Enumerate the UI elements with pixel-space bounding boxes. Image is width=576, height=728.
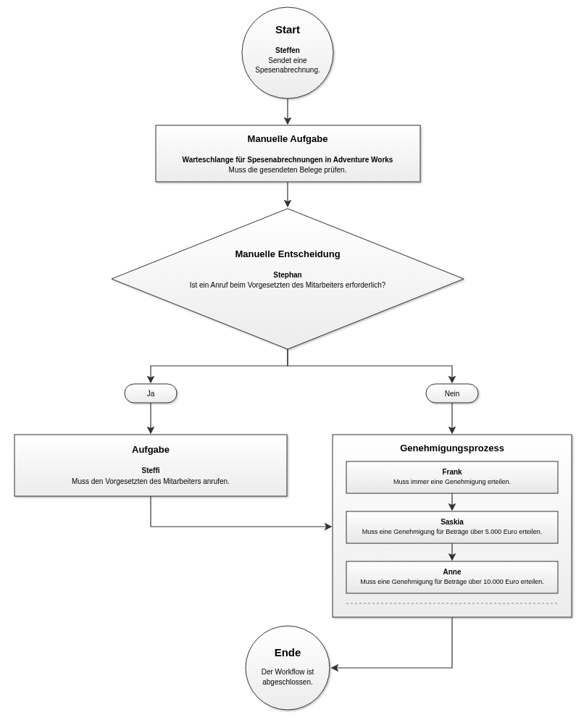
decision-title: Manuelle Entscheidung bbox=[235, 248, 340, 259]
no-label: Nein bbox=[445, 390, 460, 398]
svg-rect-9 bbox=[346, 561, 558, 593]
end-line1: Der Workflow ist bbox=[262, 668, 314, 676]
manual-task-node: Manuelle Aufgabe Warteschlange für Spese… bbox=[156, 125, 420, 182]
aufgabe-actor: Steffi bbox=[142, 466, 160, 474]
aufgabe-title: Aufgabe bbox=[132, 444, 170, 455]
approval-step-2-desc: Muss eine Genehmigung für Beträge über 5… bbox=[362, 528, 543, 535]
aufgabe-node: Aufgabe Steffi Muss den Vorgesetzten des… bbox=[14, 435, 287, 496]
aufgabe-desc: Muss den Vorgesetzten des Mitarbeiters a… bbox=[72, 477, 230, 485]
approval-step-3-actor: Anne bbox=[443, 568, 462, 576]
svg-rect-7 bbox=[346, 461, 558, 493]
start-node: Start Steffen Sendet eine Spesenabrechnu… bbox=[242, 7, 333, 99]
start-title: Start bbox=[275, 23, 300, 35]
manual-task-desc: Muss die gesendeten Belege prüfen. bbox=[229, 166, 347, 174]
approval-title: Genehmigungsprozess bbox=[400, 443, 504, 453]
approval-step-1-actor: Frank bbox=[442, 468, 462, 476]
start-actor: Steffen bbox=[275, 46, 300, 54]
approval-step-2-actor: Saskia bbox=[441, 518, 464, 526]
no-pill: Nein bbox=[426, 384, 478, 403]
decision-node: Manuelle Entscheidung Stephan Ist ein An… bbox=[112, 209, 464, 349]
approval-step-3: Anne Muss eine Genehmigung für Beträge ü… bbox=[346, 561, 558, 593]
decision-actor: Stephan bbox=[273, 271, 301, 279]
approval-step-1: Frank Muss immer eine Genehmigung erteil… bbox=[346, 461, 558, 493]
workflow-diagram: Start Steffen Sendet eine Spesenabrechnu… bbox=[0, 0, 576, 728]
arrow-approval-to-end bbox=[333, 617, 452, 668]
approval-step-1-desc: Muss immer eine Genehmigung erteilen. bbox=[393, 478, 511, 485]
approval-step-3-desc: Muss eine Genehmigung für Beträge über 1… bbox=[360, 578, 544, 585]
start-line2: Spesenabrechnung. bbox=[255, 66, 320, 74]
yes-label: Ja bbox=[147, 390, 155, 398]
start-line1: Sendet eine bbox=[268, 57, 307, 64]
manual-task-subtitle: Warteschlange für Spesenabrechnungen in … bbox=[183, 156, 393, 164]
manual-task-title: Manuelle Aufgabe bbox=[248, 133, 328, 144]
arrow-aufgabe-to-approval bbox=[151, 496, 330, 527]
end-line2: abgeschlossen. bbox=[262, 678, 313, 686]
arrow-decision-yes bbox=[151, 349, 288, 382]
end-title: Ende bbox=[275, 646, 301, 658]
end-node: Ende Der Workflow ist abgeschlossen. bbox=[246, 626, 330, 710]
approval-node: Genehmigungsprozess Frank Muss immer ein… bbox=[333, 435, 572, 617]
decision-question: Ist ein Anruf beim Vorgesetzten des Mita… bbox=[190, 281, 386, 289]
approval-step-2: Saskia Muss eine Genehmigung für Beträge… bbox=[346, 511, 558, 543]
arrow-decision-no bbox=[288, 349, 452, 382]
yes-pill: Ja bbox=[125, 384, 177, 403]
svg-marker-2 bbox=[112, 209, 464, 349]
svg-rect-8 bbox=[346, 511, 558, 543]
